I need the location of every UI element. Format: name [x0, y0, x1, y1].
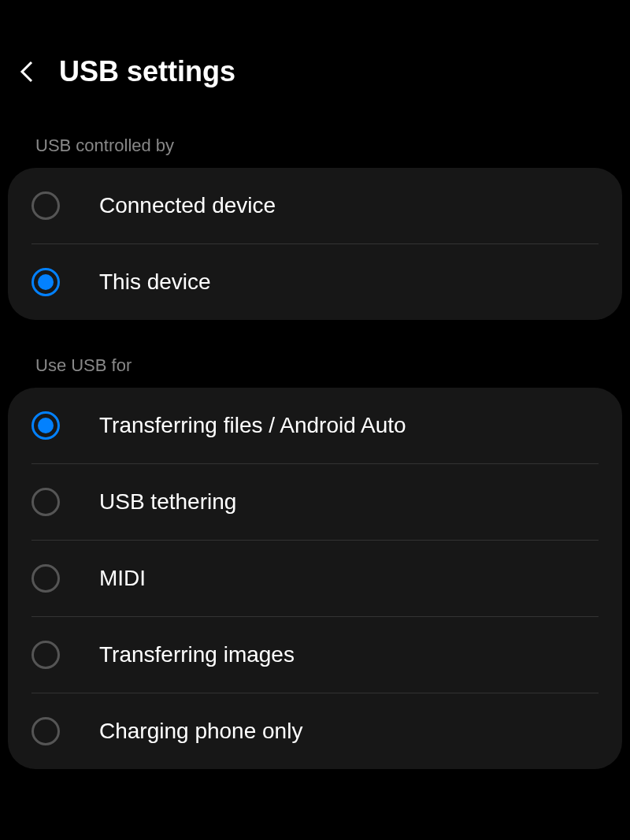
radio-selected-icon [32, 268, 60, 296]
option-connected-device[interactable]: Connected device [32, 168, 598, 244]
option-label: MIDI [99, 566, 146, 591]
option-label: Transferring images [99, 642, 295, 667]
option-midi[interactable]: MIDI [32, 541, 598, 617]
option-usb-tethering[interactable]: USB tethering [32, 464, 598, 541]
card-controlled-by: Connected device This device [8, 168, 622, 320]
option-label: USB tethering [99, 489, 236, 515]
option-label: Connected device [99, 193, 276, 218]
radio-unselected-icon [32, 564, 60, 593]
option-transferring-files[interactable]: Transferring files / Android Auto [32, 388, 598, 464]
header: USB settings [0, 0, 630, 128]
option-charging-only[interactable]: Charging phone only [32, 693, 598, 769]
section-label-controlled-by: USB controlled by [0, 128, 630, 168]
card-use-for: Transferring files / Android Auto USB te… [8, 388, 622, 769]
radio-unselected-icon [32, 488, 60, 516]
option-label: This device [99, 269, 211, 295]
page-title: USB settings [59, 55, 235, 88]
radio-unselected-icon [32, 641, 60, 669]
option-label: Charging phone only [99, 719, 302, 744]
radio-unselected-icon [32, 717, 60, 745]
option-label: Transferring files / Android Auto [99, 413, 406, 438]
radio-unselected-icon [32, 191, 60, 220]
option-this-device[interactable]: This device [32, 244, 598, 320]
back-icon[interactable] [16, 60, 39, 84]
radio-selected-icon [32, 411, 60, 440]
option-transferring-images[interactable]: Transferring images [32, 617, 598, 693]
section-label-use-for: Use USB for [0, 348, 630, 388]
